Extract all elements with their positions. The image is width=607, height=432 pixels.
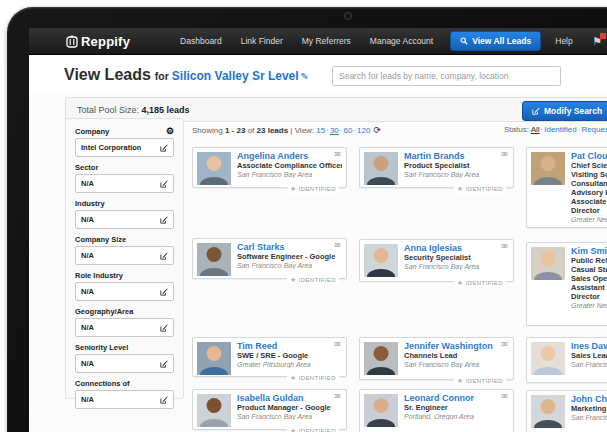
lead-location: Greater Pittsburgh Area [237, 361, 342, 368]
view-option-120[interactable]: 120 [357, 126, 370, 135]
filter-value-box[interactable]: N/A [75, 318, 174, 337]
lead-name-link[interactable]: Jennifer Washington [404, 341, 499, 351]
filter-group: Company Size ⚙ N/A [75, 235, 174, 265]
star-icon: ★ [457, 279, 464, 286]
lead-location: San Francisc [571, 414, 607, 421]
lead-card[interactable]: ✉ Jennifer Washington Channels Lead San … [359, 337, 514, 380]
edit-icon[interactable] [160, 324, 168, 332]
lead-name-link[interactable]: Carl Starks [237, 242, 332, 252]
lead-card[interactable]: ✉ John Cha Marketing C San Francisc [526, 390, 607, 432]
envelope-icon[interactable]: ✉ [334, 241, 341, 250]
lead-card[interactable]: ✉ Pat Cloud Chief ScientVisiting ScieCon… [526, 147, 607, 228]
filter-label: Sector [75, 163, 98, 172]
lead-location: San Francisc [571, 361, 607, 368]
lead-name-link[interactable]: Pat Cloud [571, 151, 607, 161]
lead-location: San Francisco Bay Area [404, 171, 509, 178]
identified-label: IDENTIFIED [299, 375, 336, 381]
lead-card[interactable]: ✉ Carl Starks Software Engineer - Google… [192, 238, 347, 279]
edit-icon[interactable] [160, 360, 168, 368]
status-option-all[interactable]: All [531, 125, 540, 134]
filter-value-box[interactable]: N/A [75, 282, 174, 301]
lead-name-link[interactable]: Isabella Guldan [237, 393, 332, 403]
filter-value-box[interactable]: N/A [75, 246, 174, 265]
view-option-30[interactable]: 30 [330, 126, 339, 135]
page-header: View LeadsforSilicon Valley Sr Level✎ [29, 55, 607, 95]
filter-value-box[interactable]: N/A [75, 174, 174, 193]
filter-value: Intel Corporation [81, 143, 141, 152]
lead-name-link[interactable]: Martin Brands [404, 151, 499, 161]
view-option-15[interactable]: 15 [316, 126, 325, 135]
notifications-flag-icon[interactable]: ⚑ [592, 36, 602, 47]
pencil-icon[interactable]: ✎ [301, 71, 309, 82]
lead-location: Greater New [571, 302, 607, 309]
modify-search-button[interactable]: Modify Search [522, 101, 607, 121]
lead-title-line: Channels Lead [404, 351, 509, 360]
nav-item-help[interactable]: Help [555, 36, 572, 46]
filter-value: N/A [81, 395, 94, 404]
lead-location: Portland, Oregon Area [404, 413, 509, 420]
status-option-requested[interactable]: Requested [581, 125, 607, 134]
nav-item-link-finder[interactable]: Link Finder [241, 36, 283, 46]
edit-icon[interactable] [160, 288, 168, 296]
lead-card[interactable]: ✉ Isabella Guldan Product Manager - Goog… [192, 389, 347, 430]
envelope-icon[interactable]: ✉ [501, 392, 508, 401]
filter-value-box[interactable]: N/A [75, 210, 174, 229]
lead-name-link[interactable]: Kim Smith [571, 246, 607, 256]
nav-item-dashboard[interactable]: Dashboard [180, 36, 222, 46]
lead-photo [531, 342, 565, 375]
lead-card[interactable]: ✉ Anna Iglesias Security Specialist San … [359, 239, 514, 282]
lead-card[interactable]: ✉ Kim Smith Public RelatCasual StaffSale… [526, 242, 607, 326]
lead-title-line: Product Specialist [404, 161, 509, 170]
lead-title-line: Software Engineer - Google [237, 252, 342, 261]
lead-name-link[interactable]: Tim Reed [237, 341, 332, 351]
lead-card[interactable]: ✉ Leonard Connor Sr. Engineer Portland, … [359, 389, 514, 432]
identified-badge: ★IDENTIFIED [454, 279, 506, 287]
lead-photo [364, 342, 398, 375]
lead-photo [364, 394, 398, 427]
search-input[interactable] [332, 66, 561, 86]
lead-title-line: Visiting Scie [571, 170, 607, 179]
lead-card[interactable]: ✉ Tim Reed SWE / SRE - Google Greater Pi… [192, 337, 347, 377]
envelope-icon[interactable]: ✉ [501, 150, 508, 159]
edit-icon[interactable] [160, 216, 168, 224]
edit-icon[interactable] [160, 144, 168, 152]
refresh-icon[interactable]: ⟳ [373, 125, 381, 135]
envelope-icon[interactable]: ✉ [501, 340, 508, 349]
filter-value-box[interactable]: N/A [75, 354, 174, 373]
status-option-identified[interactable]: Identified [544, 125, 576, 134]
lead-card[interactable]: ✉ Ines Davis Sales Lead San Francisc [526, 337, 607, 383]
segment-name-link[interactable]: Silicon Valley Sr Level [172, 69, 299, 83]
edit-icon[interactable] [160, 396, 168, 404]
lead-photo [197, 243, 231, 276]
nav-item-manage-account[interactable]: Manage Account [370, 36, 433, 46]
lead-name-link[interactable]: Leonard Connor [404, 393, 499, 403]
lead-name-link[interactable]: Ines Davis [571, 341, 607, 351]
lead-card[interactable]: ✉ Martin Brands Product Specialist San F… [359, 147, 514, 188]
lead-name-link[interactable]: Anna Iglesias [404, 243, 499, 253]
view-option-60[interactable]: 60 [343, 126, 352, 135]
lead-title-line: Casual Staff [571, 265, 607, 274]
filter-value-box[interactable]: N/A [75, 390, 174, 409]
view-all-leads-button[interactable]: View All Leads [450, 31, 541, 51]
lead-photo [531, 247, 565, 280]
lead-name-link[interactable]: John Cha [571, 394, 607, 404]
lead-location: San Francisco Bay Area [237, 262, 342, 269]
star-icon: ★ [290, 374, 297, 381]
nav-item-my-referrers[interactable]: My Referrers [302, 36, 351, 46]
lead-title-line: Security Specialist [404, 253, 509, 262]
reppify-logo[interactable]: Reppify [66, 34, 130, 49]
identified-label: IDENTIFIED [299, 277, 336, 283]
envelope-icon[interactable]: ✉ [501, 242, 508, 251]
envelope-icon[interactable]: ✉ [334, 392, 341, 401]
filter-value-box[interactable]: Intel Corporation [75, 138, 174, 157]
lead-card[interactable]: ✉ Angelina Anders Associate Compliance O… [192, 147, 347, 188]
lead-title-line: Chief Scient [571, 161, 607, 170]
edit-icon[interactable] [160, 180, 168, 188]
edit-icon[interactable] [160, 252, 168, 260]
lead-name-link[interactable]: Angelina Anders [237, 151, 332, 161]
gear-icon[interactable]: ⚙ [166, 126, 174, 136]
envelope-icon[interactable]: ✉ [334, 150, 341, 159]
envelope-icon[interactable]: ✉ [334, 340, 341, 349]
filter-group: Geography/Area ⚙ N/A [75, 307, 174, 337]
filter-value: N/A [81, 323, 94, 332]
